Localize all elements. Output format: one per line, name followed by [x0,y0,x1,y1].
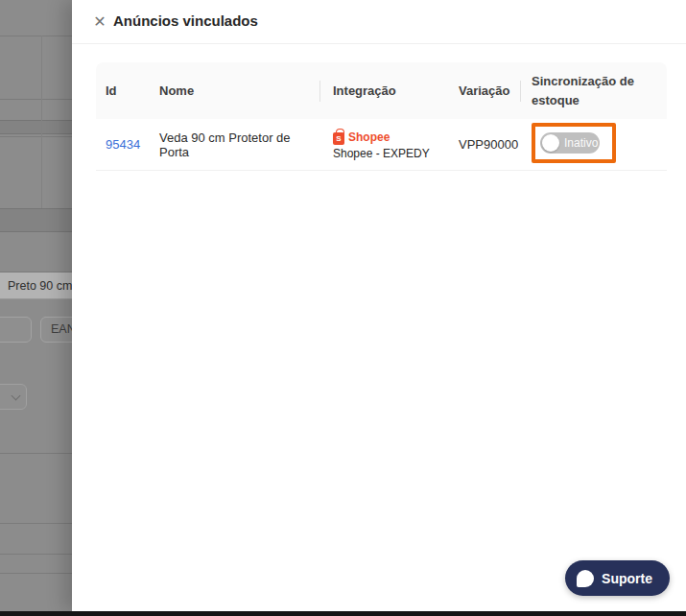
support-button-label: Suporte [602,571,652,586]
column-header-nome: Nome [150,82,319,101]
support-button[interactable]: Suporte [565,560,670,596]
column-header-id: Id [96,82,150,101]
cell-sincronizacao: Inativo [520,123,667,166]
linked-ads-drawer: ✕ Anúncios vinculados Id Nome Integração… [72,0,686,611]
column-separator [520,81,521,102]
underlay-divider [41,36,42,208]
toggle-state-label: Inativo [564,132,598,154]
table-row: 95434 Veda 90 cm Protetor de Porta S Sho… [96,119,667,171]
screen: Preto 90 cm EAN ✕ Anúncios vinculados Id… [0,0,686,616]
underlay-divider [0,453,72,454]
underlay-divider [0,523,72,524]
variant-option: Preto 90 cm [0,272,72,299]
underlay-divider [0,36,72,36]
drawer-mask[interactable]: Preto 90 cm EAN [0,0,72,611]
shopee-icon: S [333,132,344,145]
cell-id: 95434 [96,137,150,152]
underlay-divider [0,136,72,137]
column-header-sincronizacao: Sincronização de estoque [520,72,667,109]
toggle-knob [542,134,559,152]
linked-ads-table: Id Nome Integração Variação Sincronizaçã… [96,62,667,171]
chevron-down-icon [12,391,21,401]
cell-integracao: S Shopee Shopee - EXPEDY [319,130,443,160]
integration-account: Shopee - EXPEDY [333,147,443,160]
column-separator [319,81,320,102]
underlay-row [0,208,72,232]
ad-id-link[interactable]: 95434 [106,137,140,152]
stock-sync-toggle[interactable]: Inativo [540,132,600,154]
cell-variacao: VPP90000 [443,137,520,152]
annotation-highlight-box: Inativo [532,123,616,163]
chat-bubble-icon [577,570,594,587]
underlay-row [0,120,72,134]
column-header-integracao: Integração [319,82,443,101]
page-bottom-bar [0,611,686,616]
drawer-title: Anúncios vinculados [113,12,258,29]
ean-button: EAN [40,317,72,343]
drawer-header: ✕ Anúncios vinculados [72,0,686,44]
background-input [0,317,32,343]
platform-name: Shopee [348,130,390,144]
underlay-divider [0,99,72,100]
column-header-variacao: Variação [443,82,520,101]
background-select [0,384,27,410]
underlay-divider [0,554,72,555]
underlay-divider [0,573,72,574]
table-header-row: Id Nome Integração Variação Sincronizaçã… [96,62,667,119]
close-icon[interactable]: ✕ [89,12,110,33]
cell-nome: Veda 90 cm Protetor de Porta [150,130,319,159]
